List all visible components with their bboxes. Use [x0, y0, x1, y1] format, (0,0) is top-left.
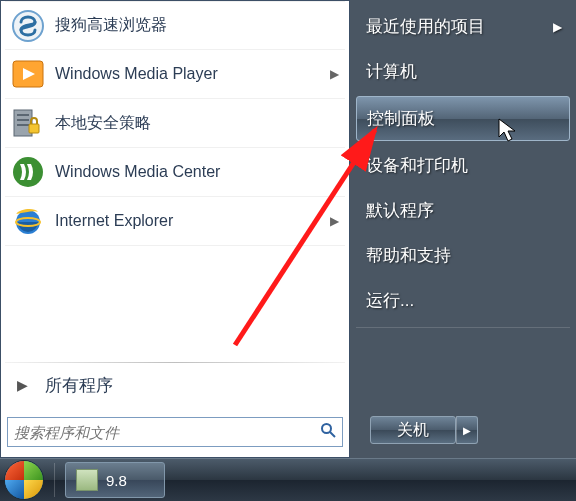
- program-label: Windows Media Center: [55, 163, 339, 181]
- taskbar-thumb-icon: [76, 469, 98, 491]
- right-item-label: 运行...: [366, 289, 414, 312]
- shutdown-button[interactable]: 关机: [370, 416, 456, 444]
- taskbar-item-label: 9.8: [106, 472, 127, 489]
- program-label: Windows Media Player: [55, 65, 330, 83]
- program-item-sogou[interactable]: 搜狗高速浏览器: [5, 1, 345, 50]
- right-item-label: 最近使用的项目: [366, 15, 485, 38]
- shutdown-row: 关机 ▶: [356, 406, 570, 454]
- all-programs-button[interactable]: ▶ 所有程序: [5, 363, 345, 407]
- program-label: 搜狗高速浏览器: [55, 15, 339, 36]
- start-button[interactable]: [4, 460, 44, 500]
- divider: [356, 327, 570, 328]
- secpol-icon: [11, 106, 45, 140]
- start-menu-right-panel: 最近使用的项目 ▶ 计算机 控制面板 设备和打印机 默认程序 帮助和支持 运行.…: [350, 0, 576, 458]
- search-row: [5, 407, 345, 453]
- submenu-arrow-icon: ▶: [553, 20, 562, 34]
- right-item-help[interactable]: 帮助和支持: [356, 233, 570, 278]
- right-item-control-panel[interactable]: 控制面板: [356, 96, 570, 141]
- search-box[interactable]: [7, 417, 343, 447]
- start-menu: 搜狗高速浏览器 Windows Media Player ▶: [0, 0, 576, 458]
- program-list: 搜狗高速浏览器 Windows Media Player ▶: [5, 1, 345, 356]
- program-item-wmp[interactable]: Windows Media Player ▶: [5, 50, 345, 99]
- svg-point-11: [322, 424, 331, 433]
- submenu-arrow-icon: ▶: [330, 214, 339, 228]
- svg-point-8: [13, 157, 43, 187]
- program-item-ie[interactable]: Internet Explorer ▶: [5, 197, 345, 246]
- submenu-arrow-icon: ▶: [330, 67, 339, 81]
- svg-rect-7: [29, 124, 39, 133]
- right-item-label: 帮助和支持: [366, 244, 451, 267]
- right-item-default-programs[interactable]: 默认程序: [356, 188, 570, 233]
- taskbar-item[interactable]: 9.8: [65, 462, 165, 498]
- sogou-icon: [11, 9, 45, 43]
- search-icon[interactable]: [320, 422, 336, 442]
- start-menu-left-panel: 搜狗高速浏览器 Windows Media Player ▶: [0, 0, 350, 458]
- wmc-icon: [11, 155, 45, 189]
- right-item-devices[interactable]: 设备和打印机: [356, 143, 570, 188]
- program-label: 本地安全策略: [55, 113, 339, 134]
- right-item-label: 计算机: [366, 60, 417, 83]
- program-label: Internet Explorer: [55, 212, 330, 230]
- right-item-recent[interactable]: 最近使用的项目 ▶: [356, 4, 570, 49]
- shutdown-label: 关机: [397, 420, 429, 441]
- svg-line-12: [330, 432, 335, 437]
- wmp-icon: [11, 57, 45, 91]
- arrow-right-icon: ▶: [17, 377, 28, 393]
- right-item-label: 设备和打印机: [366, 154, 468, 177]
- right-item-label: 默认程序: [366, 199, 434, 222]
- program-item-wmc[interactable]: Windows Media Center: [5, 148, 345, 197]
- ie-icon: [11, 204, 45, 238]
- taskbar-separator: [54, 463, 55, 497]
- shutdown-options-button[interactable]: ▶: [456, 416, 478, 444]
- right-item-label: 控制面板: [367, 107, 435, 130]
- right-item-run[interactable]: 运行...: [356, 278, 570, 323]
- right-item-computer[interactable]: 计算机: [356, 49, 570, 94]
- all-programs-label: 所有程序: [45, 374, 113, 397]
- taskbar: 9.8: [0, 458, 576, 501]
- program-item-secpol[interactable]: 本地安全策略: [5, 99, 345, 148]
- search-input[interactable]: [14, 424, 320, 441]
